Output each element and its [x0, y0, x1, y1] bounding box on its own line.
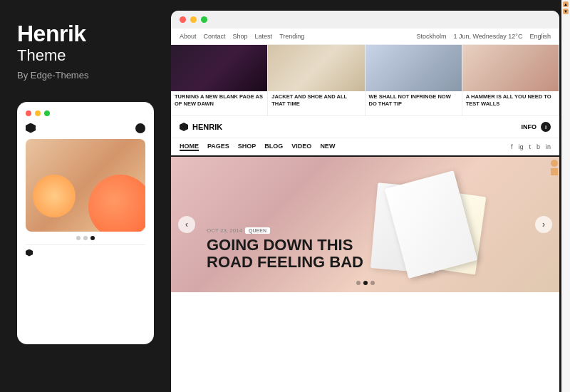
hero-dot-1[interactable]	[356, 281, 361, 285]
featured-img-1	[171, 45, 267, 91]
featured-item-3[interactable]: WE SHALL NOT INFRINGE NOW DO THAT TIP	[366, 45, 462, 115]
dot-green	[44, 110, 50, 116]
sidebar-subtitle: Theme	[17, 46, 154, 65]
site-logo-text: HENRIK	[192, 123, 222, 131]
slide-dot-1	[76, 236, 81, 240]
mobile-menu[interactable]: MENU	[110, 123, 145, 133]
hero-text: OCT 23, 2014 QUEEN GOING DOWN THIS ROAD …	[207, 227, 363, 271]
menu-circle-icon	[135, 123, 145, 133]
orange-circle-badge	[551, 160, 558, 167]
browser-chrome	[171, 11, 559, 29]
mobile-view-more[interactable]: VIEW MORE	[108, 249, 145, 257]
site-header: HENRIK INFO i	[171, 116, 559, 138]
chrome-dot-red[interactable]	[180, 16, 186, 23]
hero-category[interactable]: QUEEN	[245, 227, 270, 234]
featured-caption-4: A HAMMER IS ALL YOU NEED TO TEST WALLS	[462, 91, 559, 110]
sidebar-by: By Edge-Themes	[17, 70, 154, 81]
main-nav-home[interactable]: HOME	[180, 143, 199, 151]
featured-img-3	[366, 45, 462, 91]
top-nav-bar: About Contact Shop Latest Trending Stock…	[171, 29, 559, 45]
site-hex-icon	[180, 123, 188, 131]
browser-content: About Contact Shop Latest Trending Stock…	[171, 29, 559, 392]
featured-strip: TURNING A NEW BLANK PAGE AS OF NEW DAWN …	[171, 45, 559, 116]
social-facebook[interactable]: f	[511, 143, 513, 150]
social-instagram[interactable]: ig	[518, 143, 523, 150]
site-logo: HENRIK	[180, 123, 222, 131]
main-nav-blog[interactable]: BLOG	[264, 143, 283, 151]
sidebar-title: Henrik	[17, 21, 154, 46]
hero-dot-2[interactable]	[363, 281, 368, 285]
grapefruit-decoration	[88, 175, 145, 232]
dot-yellow	[35, 110, 41, 116]
top-nav-right: Stockholm 1 Jun, Wednesday 12°C English	[416, 33, 551, 40]
site-info-button[interactable]: INFO i	[522, 122, 551, 132]
main-nav: HOME PAGES SHOP BLOG VIDEO NEW f ig t b …	[171, 138, 559, 157]
top-nav-links: About Contact Shop Latest Trending	[180, 33, 304, 40]
hero-slide-indicators	[356, 281, 375, 285]
social-twitter[interactable]: t	[529, 143, 531, 150]
mobile-latest-posts: LATEST POSTS	[26, 249, 84, 257]
nav-shop[interactable]: Shop	[233, 33, 248, 40]
hero-slider: OCT 23, 2014 QUEEN GOING DOWN THIS ROAD …	[171, 157, 559, 292]
slide-dot-2	[83, 236, 88, 240]
info-circle-icon: i	[541, 122, 551, 132]
orange-rect-badge	[551, 168, 558, 175]
mobile-preview-card: HENRIK MENU LATEST POSTS VIEW MORE	[17, 102, 154, 344]
hero-title: GOING DOWN THIS ROAD FEELING BAD	[207, 237, 363, 271]
social-linkedin[interactable]: in	[546, 143, 551, 150]
hero-dot-3[interactable]	[370, 281, 375, 285]
sidebar: Henrik Theme By Edge-Themes HENRIK MENU	[0, 0, 171, 392]
social-behance[interactable]: b	[537, 143, 540, 150]
dot-red	[26, 110, 31, 116]
featured-item-2[interactable]: JACKET AND SHOE AND ALL THAT TIME	[268, 45, 365, 115]
main-nav-shop[interactable]: SHOP	[238, 143, 256, 151]
mobile-logo: HENRIK	[26, 123, 70, 133]
window-dots	[26, 110, 145, 116]
hero-next-button[interactable]: ›	[535, 216, 552, 233]
main-nav-pages[interactable]: PAGES	[207, 143, 229, 151]
hero-prev-button[interactable]: ‹	[178, 216, 195, 233]
footer-hex-icon	[26, 249, 33, 257]
mobile-header: HENRIK MENU	[26, 123, 145, 133]
nav-trending[interactable]: Trending	[279, 33, 304, 40]
main-nav-video[interactable]: VIDEO	[291, 143, 311, 151]
main-nav-links: HOME PAGES SHOP BLOG VIDEO NEW	[180, 143, 335, 151]
featured-item-1[interactable]: TURNING A NEW BLANK PAGE AS OF NEW DAWN	[171, 45, 268, 115]
nav-latest[interactable]: Latest	[255, 33, 273, 40]
featured-img-4	[462, 45, 559, 91]
chrome-dot-green[interactable]	[201, 16, 207, 23]
featured-img-2	[268, 45, 364, 91]
hero-date: OCT 23, 2014 QUEEN	[207, 227, 363, 234]
featured-item-4[interactable]: A HAMMER IS ALL YOU NEED TO TEST WALLS	[462, 45, 559, 115]
chrome-dot-yellow[interactable]	[190, 16, 197, 23]
slide-dot-3	[90, 236, 95, 240]
grapefruit-half-decoration	[33, 175, 76, 217]
nav-contact[interactable]: Contact	[204, 33, 226, 40]
featured-caption-2: JACKET AND SHOE AND ALL THAT TIME	[268, 91, 364, 110]
date-text: 1 Jun, Wednesday 12°C	[453, 33, 522, 40]
main-nav-new[interactable]: NEW	[320, 143, 335, 151]
hex-icon	[26, 123, 36, 133]
location-text: Stockholm	[416, 33, 446, 40]
mobile-hero-image	[26, 139, 145, 232]
browser-window: About Contact Shop Latest Trending Stock…	[171, 11, 559, 392]
nav-about[interactable]: About	[180, 33, 197, 40]
mobile-slide-indicators	[26, 236, 145, 240]
language-selector[interactable]: English	[529, 33, 551, 40]
featured-caption-3: WE SHALL NOT INFRINGE NOW DO THAT TIP	[366, 91, 462, 110]
orange-badge-area	[549, 157, 559, 178]
mobile-footer: LATEST POSTS VIEW MORE	[26, 244, 145, 257]
social-links: f ig t b in	[511, 143, 551, 150]
hero-books-decoration	[346, 164, 488, 292]
featured-caption-1: TURNING A NEW BLANK PAGE AS OF NEW DAWN	[171, 91, 267, 110]
